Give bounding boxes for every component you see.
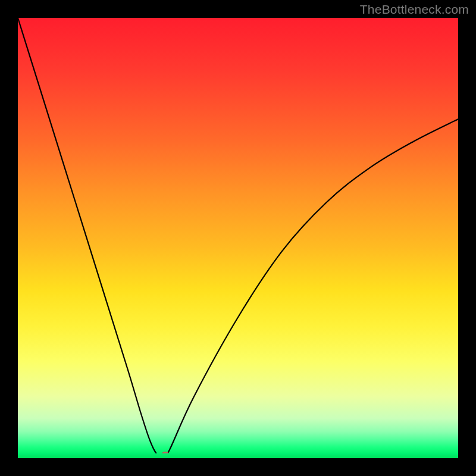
chart-frame: TheBottleneck.com: [0, 0, 476, 476]
bottleneck-curve: [18, 18, 458, 458]
plot-area: [18, 18, 458, 458]
optimal-point-marker: [161, 452, 170, 458]
curve-svg: [18, 18, 458, 458]
watermark-text: TheBottleneck.com: [360, 2, 469, 17]
